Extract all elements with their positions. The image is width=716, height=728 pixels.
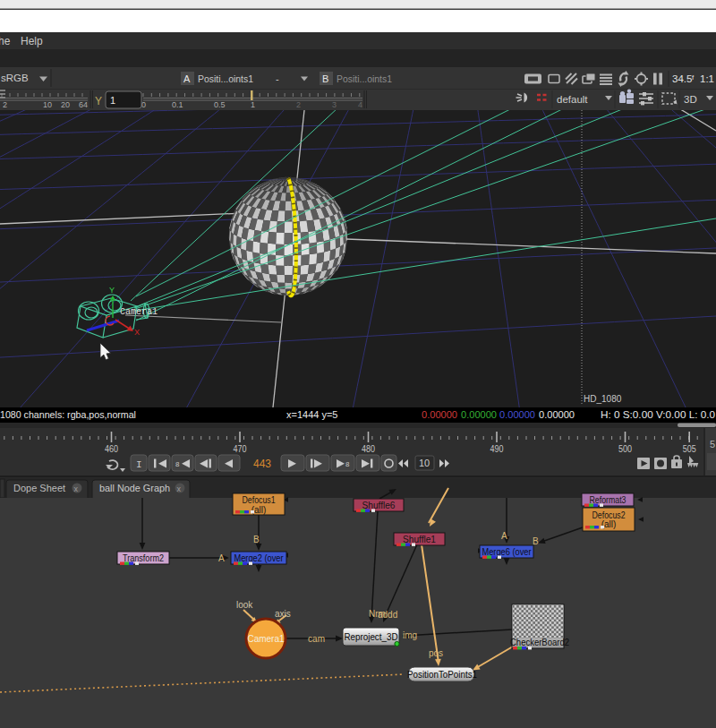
svg-text:Shuffle6: Shuffle6 xyxy=(362,501,396,510)
svg-text:Transform2: Transform2 xyxy=(123,553,164,563)
svg-text:Defocus2: Defocus2 xyxy=(592,510,626,520)
svg-text:Shuffle1: Shuffle1 xyxy=(403,535,436,544)
svg-text:Camera1: Camera1 xyxy=(247,634,285,644)
svg-text:Reformat3: Reformat3 xyxy=(590,495,626,505)
svg-text:A: A xyxy=(218,553,225,563)
svg-text:look: look xyxy=(236,600,253,610)
svg-text:Merge6 (over: Merge6 (over xyxy=(482,547,533,557)
svg-text:B: B xyxy=(533,536,539,546)
svg-text:cam: cam xyxy=(308,634,325,644)
svg-text:B: B xyxy=(253,535,260,544)
svg-text:Reproject_3D: Reproject_3D xyxy=(345,632,398,642)
svg-text:pos: pos xyxy=(429,648,443,658)
svg-text:CheckerBoard2: CheckerBoard2 xyxy=(510,638,569,647)
svg-text:PositionToPoints1: PositionToPoints1 xyxy=(407,670,477,680)
svg-text:Merge2 (over: Merge2 (over xyxy=(234,553,285,563)
svg-text:Defocus1: Defocus1 xyxy=(243,495,276,505)
svg-text:axis: axis xyxy=(275,609,291,619)
svg-text:addd: addd xyxy=(378,610,397,620)
svg-text:A: A xyxy=(501,531,507,541)
svg-text:img: img xyxy=(403,630,417,640)
